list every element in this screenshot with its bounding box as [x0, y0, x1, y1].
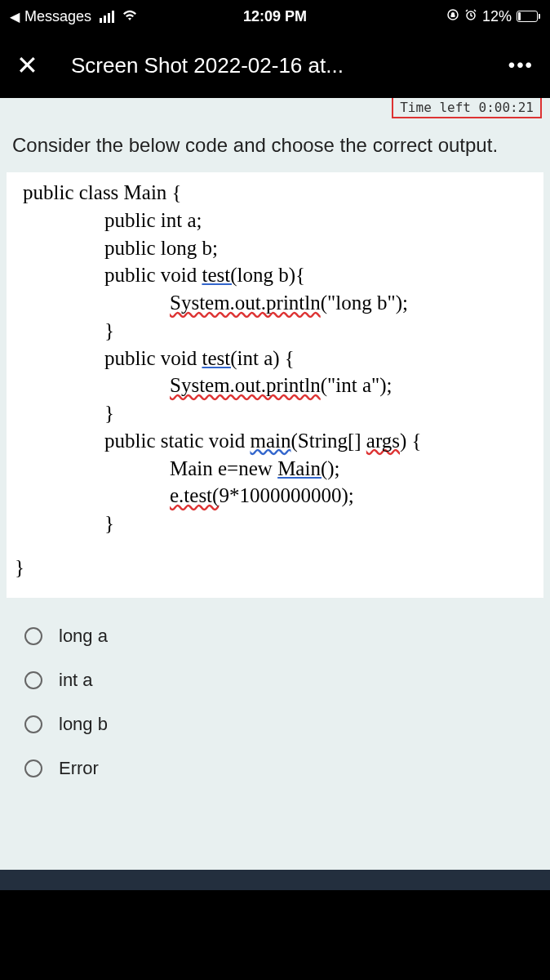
option-label: long a: [59, 626, 108, 647]
option-label: Error: [59, 758, 99, 779]
status-bar: ◀ Messages 12:09 PM 12%: [0, 0, 550, 33]
bottom-strip: [0, 870, 550, 890]
content-area: Time left 0:00:21 Consider the below cod…: [0, 98, 550, 890]
more-icon[interactable]: •••: [508, 54, 534, 77]
page-title: Screen Shot 2022-02-16 at...: [71, 53, 508, 78]
option-long-b[interactable]: long b: [24, 702, 526, 746]
wifi-icon: [122, 8, 137, 25]
answer-options: long a int a long b Error: [0, 598, 550, 807]
back-arrow-icon[interactable]: ◀: [10, 9, 20, 24]
app-header: ✕ Screen Shot 2022-02-16 at... •••: [0, 33, 550, 98]
status-time: 12:09 PM: [243, 8, 307, 25]
alarm-icon: [464, 8, 477, 25]
signal-icon: [100, 11, 114, 23]
option-label: long b: [59, 714, 108, 735]
radio-icon[interactable]: [24, 627, 42, 645]
radio-icon[interactable]: [24, 760, 42, 777]
battery-icon: [517, 11, 540, 22]
radio-icon[interactable]: [24, 715, 42, 733]
option-error[interactable]: Error: [24, 746, 526, 791]
close-icon[interactable]: ✕: [16, 50, 38, 81]
timer-box: Time left 0:00:21: [392, 98, 542, 118]
radio-icon[interactable]: [24, 671, 42, 689]
battery-pct: 12%: [482, 8, 512, 25]
option-label: int a: [59, 670, 93, 691]
back-app-label[interactable]: Messages: [24, 8, 91, 25]
option-int-a[interactable]: int a: [24, 658, 526, 702]
code-block: public class Main { public int a; public…: [7, 172, 543, 598]
orientation-lock-icon: [446, 8, 459, 25]
option-long-a[interactable]: long a: [24, 614, 526, 658]
